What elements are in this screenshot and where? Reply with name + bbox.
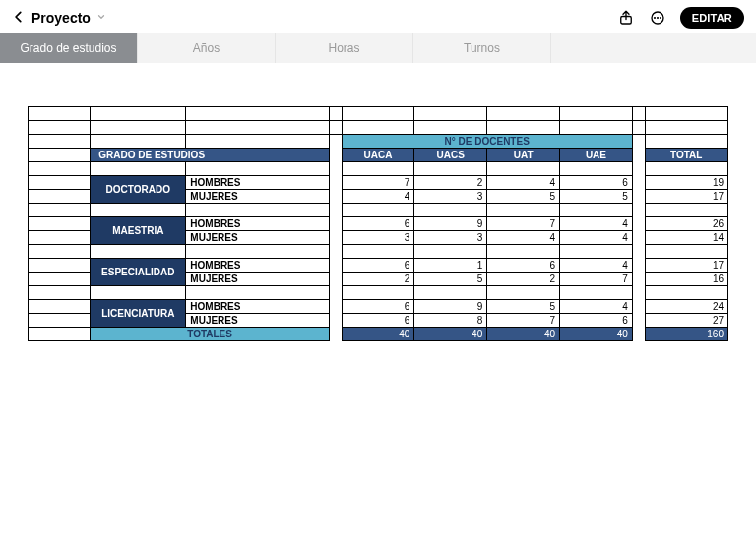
header-grado: GRADO DE ESTUDIOS xyxy=(91,149,330,162)
back-icon[interactable] xyxy=(12,8,26,29)
cell: 4 xyxy=(560,231,633,245)
row-total: 14 xyxy=(645,231,727,245)
more-icon[interactable] xyxy=(649,9,666,27)
cell: 1 xyxy=(414,259,487,273)
cell: 6 xyxy=(342,314,414,328)
col-total: TOTAL xyxy=(645,149,727,162)
cell: 6 xyxy=(560,314,633,328)
cell: 8 xyxy=(414,314,487,328)
table-row-totals: TOTALES 40 40 40 40 160 xyxy=(29,328,728,341)
cell: 7 xyxy=(487,217,560,231)
gender-h: HOMBRES xyxy=(186,300,330,314)
cell: 3 xyxy=(414,190,487,204)
share-icon[interactable] xyxy=(617,9,635,27)
totals-uae: 40 xyxy=(560,328,633,341)
gender-m: MUJERES xyxy=(186,190,330,204)
cell: 3 xyxy=(414,231,487,245)
cell: 6 xyxy=(342,300,414,314)
header-ndoc: N° DE DOCENTES xyxy=(342,135,632,149)
svg-point-2 xyxy=(654,17,656,19)
cell: 7 xyxy=(487,314,560,328)
table-row: DOCTORADOHOMBRES724619 xyxy=(29,176,728,190)
page-title: Proyecto xyxy=(32,10,91,26)
group-name: ESPECIALIDAD xyxy=(91,259,186,286)
tab-turnos[interactable]: Turnos xyxy=(413,33,551,63)
data-table: N° DE DOCENTES GRADO DE ESTUDIOS UACA UA… xyxy=(28,106,728,341)
cell: 6 xyxy=(487,259,560,273)
app-header: Proyecto EDITAR xyxy=(0,0,756,33)
cell: 2 xyxy=(414,176,487,190)
col-uacs: UACS xyxy=(414,149,487,162)
cell: 7 xyxy=(342,176,414,190)
chevron-down-icon[interactable] xyxy=(96,12,106,24)
totals-label: TOTALES xyxy=(91,328,330,341)
cell: 5 xyxy=(487,190,560,204)
row-total: 16 xyxy=(645,273,727,286)
cell: 5 xyxy=(560,190,633,204)
col-uae: UAE xyxy=(560,149,633,162)
cell: 2 xyxy=(487,273,560,286)
group-name: DOCTORADO xyxy=(91,176,186,204)
table-row: N° DE DOCENTES xyxy=(29,135,728,149)
row-total: 17 xyxy=(645,190,727,204)
row-total: 19 xyxy=(645,176,727,190)
header-right: EDITAR xyxy=(617,7,744,29)
col-uat: UAT xyxy=(487,149,560,162)
table-row: LICENCIATURAHOMBRES695424 xyxy=(29,300,728,314)
tabs-spacer xyxy=(551,33,756,63)
cell: 4 xyxy=(560,259,633,273)
cell: 4 xyxy=(487,231,560,245)
cell: 9 xyxy=(414,300,487,314)
gender-m: MUJERES xyxy=(186,273,330,286)
tab-horas[interactable]: Horas xyxy=(276,33,413,63)
spreadsheet-area: N° DE DOCENTES GRADO DE ESTUDIOS UACA UA… xyxy=(0,63,756,341)
col-uaca: UACA xyxy=(342,149,414,162)
cell: 5 xyxy=(487,300,560,314)
gender-h: HOMBRES xyxy=(186,259,330,273)
table-row: MAESTRIAHOMBRES697426 xyxy=(29,217,728,231)
cell: 6 xyxy=(342,259,414,273)
tab-bar: Grado de estudios Años Horas Turnos xyxy=(0,33,756,63)
table-row xyxy=(29,162,728,176)
svg-point-4 xyxy=(660,17,662,19)
row-total: 27 xyxy=(645,314,727,328)
cell: 4 xyxy=(560,217,633,231)
table-row xyxy=(29,245,728,259)
row-total: 17 xyxy=(645,259,727,273)
table-row: GRADO DE ESTUDIOS UACA UACS UAT UAE TOTA… xyxy=(29,149,728,162)
totals-uacs: 40 xyxy=(414,328,487,341)
gender-m: MUJERES xyxy=(186,231,330,245)
gender-m: MUJERES xyxy=(186,314,330,328)
totals-grand: 160 xyxy=(645,328,727,341)
gender-h: HOMBRES xyxy=(186,217,330,231)
cell: 5 xyxy=(414,273,487,286)
cell: 9 xyxy=(414,217,487,231)
totals-uaca: 40 xyxy=(342,328,414,341)
group-name: LICENCIATURA xyxy=(91,300,186,328)
cell: 4 xyxy=(487,176,560,190)
edit-button[interactable]: EDITAR xyxy=(680,7,744,29)
cell: 6 xyxy=(560,176,633,190)
cell: 4 xyxy=(342,190,414,204)
header-left: Proyecto xyxy=(12,8,106,29)
svg-point-3 xyxy=(657,17,659,19)
totals-uat: 40 xyxy=(487,328,560,341)
group-name: MAESTRIA xyxy=(91,217,186,245)
table-row xyxy=(29,121,728,135)
row-total: 24 xyxy=(645,300,727,314)
cell: 7 xyxy=(560,273,633,286)
cell: 2 xyxy=(342,273,414,286)
cell: 4 xyxy=(560,300,633,314)
cell: 6 xyxy=(342,217,414,231)
tab-grado[interactable]: Grado de estudios xyxy=(0,33,138,63)
table-row: ESPECIALIDADHOMBRES616417 xyxy=(29,259,728,273)
row-total: 26 xyxy=(645,217,727,231)
table-row xyxy=(29,107,728,121)
tab-anos[interactable]: Años xyxy=(138,33,276,63)
table-row xyxy=(29,204,728,217)
table-row xyxy=(29,286,728,300)
gender-h: HOMBRES xyxy=(186,176,330,190)
cell: 3 xyxy=(342,231,414,245)
